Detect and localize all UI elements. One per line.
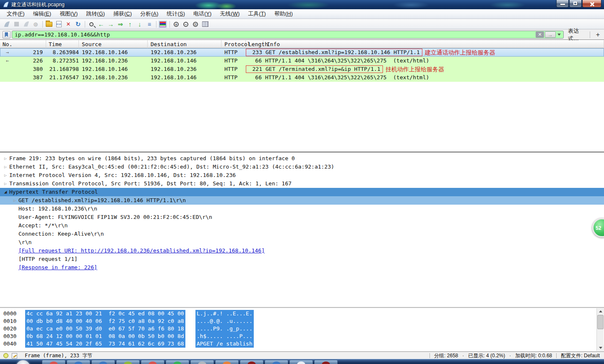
menu-item-t[interactable]: 工具(T)	[244, 9, 270, 19]
packet-list-header[interactable]: No. Time Source Destination Protocol Len…	[0, 40, 604, 48]
hex-row[interactable]: 00004c cc 6a 92 a1 23 00 21 f2 0c 45 ed …	[0, 310, 604, 317]
detail-line[interactable]: ▷Frame 219: 233 bytes on wire (1864 bits…	[0, 154, 604, 163]
filter-history-caret-icon[interactable]	[557, 34, 561, 36]
taskbar-app-button[interactable]	[215, 360, 239, 364]
detail-line[interactable]: Connection: Keep-Alive\r\n	[0, 230, 604, 238]
menu-item-w[interactable]: 无线(W)	[216, 9, 244, 19]
resize-columns-icon[interactable]	[200, 20, 210, 29]
auto-scroll-icon[interactable]: ≡	[145, 20, 154, 29]
column-header-source[interactable]: Source	[79, 40, 148, 48]
menu-item-c[interactable]: 捕获(C)	[109, 9, 136, 19]
detail-line[interactable]: ▷Transmission Control Protocol, Src Port…	[0, 179, 604, 188]
column-header-no[interactable]: No.	[0, 40, 46, 48]
hex-row[interactable]: 004041 50 47 45 54 20 2f 65 73 74 61 62 …	[0, 340, 604, 348]
menu-item-e[interactable]: 编辑(E)	[29, 9, 55, 19]
menu-item-g[interactable]: 跳转(G)	[82, 9, 109, 19]
taskbar-app-button[interactable]	[141, 360, 164, 364]
taskbar-app-button[interactable]	[314, 360, 338, 364]
go-back-icon[interactable]: ←	[96, 20, 106, 29]
reload-file-icon[interactable]: ↻	[73, 20, 83, 29]
packet-row[interactable]: →2198.263984192.168.10.146192.168.10.236…	[0, 48, 604, 57]
filter-clear-button[interactable]: ✕	[536, 31, 544, 38]
scroll-down-icon[interactable]	[597, 345, 604, 351]
menu-item-s[interactable]: 统计(S)	[163, 9, 189, 19]
expander-collapsed-icon[interactable]: ▷	[3, 179, 8, 188]
capture-options-icon[interactable]: ⊚	[31, 20, 40, 29]
menu-item-y[interactable]: 电话(Y)	[189, 9, 216, 19]
go-to-packet-icon[interactable]: ⇒	[116, 20, 125, 29]
menu-item-a[interactable]: 分析(A)	[136, 9, 162, 19]
menu-item-v[interactable]: 视图(V)	[55, 9, 82, 19]
column-header-time[interactable]: Time	[46, 40, 79, 48]
close-button[interactable]	[582, 0, 601, 8]
filter-apply-button[interactable]: →	[545, 31, 556, 38]
status-profile[interactable]: 配置文件: Default	[558, 352, 604, 359]
detail-line[interactable]: ◢Hypertext Transfer Protocol	[0, 188, 604, 196]
go-forward-icon[interactable]: →	[106, 20, 115, 29]
expander-collapsed-icon[interactable]: ▷	[3, 154, 8, 163]
detail-line[interactable]: User-Agent: FLYINGVOICE FIP11W SV3.20 00…	[0, 213, 604, 221]
detail-line[interactable]: \r\n	[0, 238, 604, 247]
taskbar-app-button[interactable]	[67, 360, 90, 364]
hex-row[interactable]: 00300b 68 24 12 00 00 01 01 08 0a 00 0b …	[0, 333, 604, 340]
taskbar-app-button[interactable]	[190, 360, 214, 364]
taskbar-app-button[interactable]	[240, 360, 263, 364]
restore-button[interactable]	[569, 0, 582, 8]
hex-row[interactable]: 00200a ec ca e0 00 50 39 d0 e0 67 5f 70 …	[0, 325, 604, 333]
column-header-info[interactable]: Info	[263, 40, 604, 48]
menu-item-h[interactable]: 帮助(H)	[270, 9, 297, 19]
detail-line[interactable]: Host: 192.168.10.236\r\n	[0, 205, 604, 213]
detail-line[interactable]: [Response in frame: 226]	[0, 263, 604, 272]
scrollbar-thumb[interactable]	[597, 315, 604, 329]
display-filter-input[interactable]	[12, 31, 536, 38]
go-to-top-icon[interactable]: ↑	[125, 20, 135, 29]
packet-row[interactable]: 38721.176547192.168.10.236192.168.10.146…	[0, 73, 604, 82]
taskbar-app-button[interactable]	[289, 360, 313, 364]
start-capture-fin-icon[interactable]	[2, 20, 11, 29]
close-file-icon[interactable]: ✕	[64, 20, 73, 29]
detail-line[interactable]: [HTTP request 1/1]	[0, 255, 604, 263]
taskbar-app-button[interactable]	[91, 360, 115, 364]
wireshark-window: 建立通话和挂机.pcapng 文件(F)编辑(E)视图(V)跳转(G)捕获(C)…	[0, 0, 604, 364]
detail-line[interactable]: [Full request URI: http://192.168.10.236…	[0, 247, 604, 255]
detail-line[interactable]: ▷Internet Protocol Version 4, Src: 192.1…	[0, 171, 604, 179]
start-orb-icon[interactable]	[16, 360, 30, 364]
minimize-button[interactable]	[556, 0, 569, 8]
capture-comment-icon[interactable]	[12, 353, 17, 359]
filter-add-button[interactable]: +	[594, 31, 601, 39]
menu-item-f[interactable]: 文件(F)	[3, 9, 29, 19]
expander-collapsed-icon[interactable]: ▷	[3, 171, 8, 179]
packet-row[interactable]: ←2268.272351192.168.10.236192.168.10.146…	[0, 57, 604, 65]
hex-row[interactable]: 001000 db b0 d8 40 00 40 06 f2 75 c0 a8 …	[0, 317, 604, 325]
zoom-out-icon[interactable]: −	[181, 20, 190, 29]
taskbar-app-button[interactable]	[42, 360, 65, 364]
hex-scrollbar[interactable]	[596, 308, 604, 351]
save-file-icon[interactable]: 010	[54, 20, 63, 29]
find-packet-icon[interactable]	[87, 20, 96, 29]
scroll-up-icon[interactable]	[597, 308, 604, 315]
column-header-protocol[interactable]: Protocol	[221, 40, 246, 48]
column-header-length[interactable]: Length	[246, 40, 263, 48]
expander-expanded-icon[interactable]: ◢	[3, 188, 8, 196]
zoom-in-icon[interactable]: +	[172, 20, 181, 29]
colorize-packets-icon[interactable]	[158, 20, 167, 29]
stop-capture-icon[interactable]	[12, 20, 21, 29]
detail-line[interactable]: ▷Ethernet II, Src: Easy3cal_0c:45:ed (00…	[0, 163, 604, 171]
expander-collapsed-icon[interactable]: ▷	[12, 196, 18, 205]
detail-line[interactable]: ▷GET /established.xml?ip=192.168.10.146 …	[0, 196, 604, 205]
taskbar-app-button[interactable]	[166, 360, 189, 364]
title-bar[interactable]: 建立通话和挂机.pcapng	[0, 0, 604, 9]
restart-capture-icon[interactable]	[21, 20, 31, 29]
expander-collapsed-icon[interactable]: ▷	[3, 163, 8, 171]
windows-taskbar[interactable]	[0, 359, 604, 364]
taskbar-app-button[interactable]	[116, 360, 140, 364]
expert-info-icon[interactable]	[3, 353, 8, 358]
packet-row[interactable]: 38021.168798192.168.10.146192.168.10.236…	[0, 65, 604, 73]
zoom-reset-icon[interactable]: =	[191, 20, 200, 29]
taskbar-app-button[interactable]	[265, 360, 288, 364]
go-to-bottom-icon[interactable]: ↓	[135, 20, 144, 29]
column-header-destination[interactable]: Destination	[148, 40, 221, 48]
detail-line[interactable]: Accept: */*\r\n	[0, 221, 604, 230]
filter-bookmark-button[interactable]	[3, 31, 10, 39]
open-file-icon[interactable]	[44, 20, 54, 29]
